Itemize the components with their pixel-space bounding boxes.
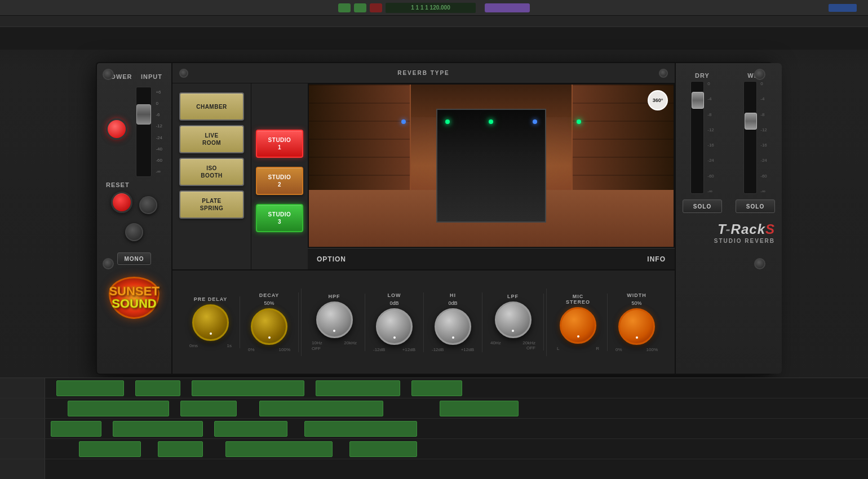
option-button[interactable]: OPTION xyxy=(317,255,346,263)
fader-label-minus12: -12 xyxy=(156,123,162,128)
reverb-type-header: REVERB TYPE xyxy=(172,63,675,83)
studio3-label: STUDIO3 xyxy=(268,211,291,225)
track-clip-12[interactable] xyxy=(214,421,287,437)
t-racks-racks: Rack xyxy=(731,221,765,237)
track-clip-11[interactable] xyxy=(113,421,203,437)
track-content-1 xyxy=(45,378,868,398)
lpf-range: 40Hz 20kHz OFF xyxy=(490,340,535,351)
reverb-btn-liveroom[interactable]: LIVEROOM xyxy=(179,125,244,153)
input-knob[interactable] xyxy=(125,223,143,241)
low-label: LOW xyxy=(388,292,401,298)
knob-section: PRE DELAY 0ms 1s DECAY 50% xyxy=(172,269,675,374)
track-clip-9[interactable] xyxy=(440,401,519,416)
dry-fader-track xyxy=(690,81,704,194)
dry-label-12: -12 xyxy=(707,127,714,132)
dry-label-0: 0 xyxy=(707,81,714,86)
knob-group-mic: MICSTEREO L R xyxy=(549,294,608,351)
left-panel: POWER INPUT +6 0 -6 -12 -24 xyxy=(97,63,172,374)
track-clip-1[interactable] xyxy=(56,380,124,396)
dry-solo-label: SOLO xyxy=(693,203,711,210)
lpf-label: LPF xyxy=(507,294,519,299)
transport-record[interactable] xyxy=(370,3,382,12)
knob-group-decay: DECAY 50% 0% 100% xyxy=(240,292,299,352)
track-clip-10[interactable] xyxy=(51,421,101,437)
hpf-max1: 20kHz xyxy=(344,340,357,345)
transport-play[interactable] xyxy=(354,3,366,12)
track-clip-13[interactable] xyxy=(304,421,417,437)
hi-min: -12dB xyxy=(432,347,444,352)
track-clip-17[interactable] xyxy=(349,441,417,457)
badge-360-text: 360° xyxy=(653,97,663,103)
track-clip-8[interactable] xyxy=(259,401,383,416)
reverb-btn-isobooth[interactable]: ISOBOOTH xyxy=(179,158,244,186)
track-clip-2[interactable] xyxy=(135,380,180,396)
predelay-range: 0ms 1s xyxy=(189,343,232,348)
fader-label-minus60: -60 xyxy=(156,158,162,163)
edge-knob-br xyxy=(754,258,765,269)
track-clip-4[interactable] xyxy=(316,380,400,396)
power-button[interactable] xyxy=(106,118,127,140)
wet-solo-button[interactable]: SOLO xyxy=(736,199,775,213)
dry-label: DRY xyxy=(695,72,710,79)
badge-360[interactable]: 360° xyxy=(648,90,668,110)
track-clip-5[interactable] xyxy=(411,380,462,396)
mono-button[interactable]: MONO xyxy=(117,252,151,265)
low-knob[interactable] xyxy=(376,308,413,345)
track-clip-7[interactable] xyxy=(180,401,237,416)
track-label-2 xyxy=(0,398,45,418)
knob-group-hi: HI 0dB -12dB +12dB xyxy=(424,292,482,352)
reset-button[interactable] xyxy=(111,192,132,213)
reverb-btn-chamber[interactable]: CHAMBER xyxy=(179,92,244,121)
track-content-4 xyxy=(45,439,868,459)
logo-sound: SOUND xyxy=(112,298,156,310)
wet-solo-label: SOLO xyxy=(746,203,764,210)
studio2-button[interactable]: STUDIO2 xyxy=(256,167,303,195)
track-clip-15[interactable] xyxy=(158,441,203,457)
studio1-button[interactable]: STUDIO1 xyxy=(256,130,303,158)
fader-label-minus24: -24 xyxy=(156,135,162,140)
track-clip-16[interactable] xyxy=(225,441,333,457)
track-content-2 xyxy=(45,398,868,418)
wet-label-4: -4 xyxy=(760,96,767,101)
track-row-2 xyxy=(0,398,868,419)
timeline-tracks xyxy=(0,27,868,50)
transport-rewind[interactable] xyxy=(338,3,351,12)
dry-label-60: -60 xyxy=(707,174,714,179)
vp-lights xyxy=(382,114,600,130)
reset-knob[interactable] xyxy=(139,196,157,214)
track-clip-14[interactable] xyxy=(79,441,141,457)
studio-spacer xyxy=(256,92,303,121)
reverb-btn-platespring[interactable]: PLATESPRING xyxy=(179,190,244,219)
track-content-3 xyxy=(45,419,868,438)
daw-timeline xyxy=(0,16,868,50)
input-fader-handle[interactable] xyxy=(136,104,151,125)
info-button[interactable]: INFO xyxy=(647,255,666,263)
daw-tracks-bottom xyxy=(0,378,868,479)
hpf-knob[interactable] xyxy=(316,301,353,338)
header-knob-right xyxy=(659,69,668,78)
lpf-knob[interactable] xyxy=(495,301,532,338)
wet-label-12: -12 xyxy=(760,127,767,132)
decay-knob[interactable] xyxy=(251,308,287,345)
vp-light-3 xyxy=(489,119,493,124)
mic-knob[interactable] xyxy=(560,307,596,344)
low-range: -12dB +12dB xyxy=(373,347,415,352)
width-knob[interactable] xyxy=(618,308,655,345)
daw-right-display xyxy=(829,4,857,12)
t-racks-brand: T-RackS xyxy=(714,222,775,237)
dry-solo-button[interactable]: SOLO xyxy=(683,199,722,213)
lpf-min: 40Hz xyxy=(490,340,501,345)
reverb-btn-isobooth-label: ISOBOOTH xyxy=(201,165,223,179)
studio1-label: STUDIO1 xyxy=(268,136,291,151)
input-label: INPUT xyxy=(141,73,162,80)
studio3-button[interactable]: STUDIO3 xyxy=(256,204,303,232)
wet-label-24: -24 xyxy=(760,158,767,163)
fader-label-0: 0 xyxy=(156,101,162,106)
track-clip-6[interactable] xyxy=(68,401,169,416)
track-clip-3[interactable] xyxy=(192,380,304,396)
wet-fader-handle[interactable] xyxy=(745,113,757,130)
dry-fader-handle[interactable] xyxy=(692,92,704,109)
predelay-knob[interactable] xyxy=(192,304,229,341)
hi-knob[interactable] xyxy=(435,308,471,345)
viewport-image: 360° xyxy=(308,83,675,248)
